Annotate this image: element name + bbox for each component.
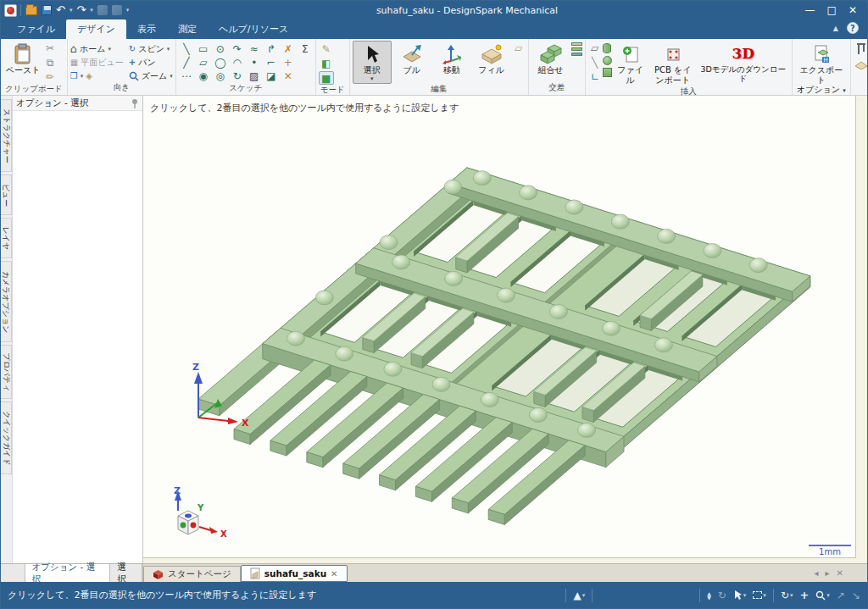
- sketch-offset-line-icon[interactable]: ⌐: [264, 57, 279, 69]
- insert-cylinder-icon[interactable]: [603, 43, 611, 53]
- view-cube-button[interactable]: ❒▾◈: [70, 70, 124, 81]
- sidebar-tab-quick-guide[interactable]: クイックガイド: [1, 401, 12, 474]
- sketch-equation-icon[interactable]: Σ: [298, 43, 313, 56]
- tab-design[interactable]: デザイン: [66, 19, 126, 39]
- collapse-ribbon-icon[interactable]: ▲: [833, 25, 838, 32]
- drawing-sheet[interactable]: クリックして、2番目の選択を他のツール内で使用するように設定します: [143, 96, 856, 558]
- sketch-ellipse-icon[interactable]: ◉: [196, 70, 211, 83]
- home-view-button[interactable]: ⌂ホーム▾: [70, 43, 124, 54]
- sketch-point-icon[interactable]: •: [247, 57, 262, 69]
- dropdown-caret-icon[interactable]: ▾: [81, 73, 84, 80]
- open-file-icon[interactable]: [25, 6, 37, 15]
- insert-line-icon[interactable]: ╲: [588, 57, 602, 69]
- sketch-chamfer-icon[interactable]: ◪: [264, 70, 279, 83]
- sidebar-tab-camera-options[interactable]: カメラオプション: [1, 261, 12, 342]
- nudge-up-down-icon[interactable]: ▲▼: [707, 591, 711, 600]
- project-face-icon[interactable]: [571, 53, 582, 56]
- redo-icon[interactable]: ↷: [76, 4, 86, 16]
- sketch-mirror-icon[interactable]: +: [281, 57, 296, 69]
- sketch-polyline-icon[interactable]: ⋯: [179, 70, 194, 83]
- export-options-button[interactable]: H エクスポート オプション ▾: [795, 41, 848, 97]
- insert-sphere-icon[interactable]: [603, 56, 612, 65]
- move-button[interactable]: 移動: [432, 41, 471, 77]
- tab-scroll-right-icon[interactable]: ▸: [826, 568, 830, 578]
- sketch-trim-icon[interactable]: ✗: [281, 43, 296, 56]
- status-pan-icon[interactable]: +: [799, 589, 809, 601]
- sidebar-tab-structure[interactable]: ストラクチャー: [1, 99, 12, 172]
- model-grate[interactable]: [198, 168, 810, 524]
- doc-tab-start-page[interactable]: スタートページ: [143, 566, 241, 582]
- sketch-delete-icon[interactable]: ✕: [281, 70, 296, 83]
- sidebar-tab-properties[interactable]: プロパティ: [1, 345, 12, 399]
- fill-button[interactable]: フィル: [472, 41, 511, 77]
- undo-icon[interactable]: ↶: [56, 4, 65, 16]
- insert-axes-icon[interactable]: ∟: [588, 71, 602, 84]
- pull-button[interactable]: プル: [392, 41, 431, 77]
- sketch-circle-icon[interactable]: ⊙: [213, 43, 228, 56]
- tab-help-resources[interactable]: ヘルプ/リソース: [208, 19, 299, 39]
- maximize-button[interactable]: □: [827, 4, 837, 16]
- pin-icon[interactable]: [131, 98, 139, 108]
- tab-measure[interactable]: 測定: [167, 19, 208, 39]
- tab-scroll-left-icon[interactable]: ◂: [815, 568, 819, 578]
- import-pcb-button[interactable]: PCB をインポート: [649, 41, 697, 86]
- sketch-shade-region-icon[interactable]: ▨: [247, 70, 262, 83]
- solid-mode-icon[interactable]: ■: [319, 71, 334, 85]
- sketch-rectangle-icon[interactable]: ▭: [196, 43, 211, 56]
- app-logo-icon[interactable]: [4, 4, 17, 17]
- status-spin-icon[interactable]: ↻▾: [781, 590, 793, 601]
- dropdown-caret-icon[interactable]: ▾: [108, 46, 112, 53]
- sketch-construction-circle-icon[interactable]: ◯: [213, 57, 228, 69]
- close-button[interactable]: ✕: [849, 4, 857, 16]
- view-cube[interactable]: Z Y X: [174, 485, 227, 539]
- measure-icon[interactable]: [854, 59, 868, 69]
- sketch-line-icon[interactable]: ╲: [179, 43, 194, 56]
- replace-face-icon[interactable]: ▱: [512, 42, 526, 55]
- doc-tab-suhafu-saku[interactable]: suhafu_saku ✕: [241, 565, 348, 582]
- sketch-bend-line-icon[interactable]: ↱: [264, 43, 279, 56]
- dropdown-caret-icon[interactable]: ▾: [170, 73, 173, 80]
- format-painter-icon[interactable]: ✏: [43, 71, 57, 84]
- sketch-tangent-arc-icon[interactable]: ↷: [230, 43, 245, 56]
- walk-tool-icon[interactable]: ◈: [86, 71, 92, 80]
- sidebar-tab-view[interactable]: ビュー: [1, 174, 12, 215]
- sketch-rotate-arc-icon[interactable]: ↻: [230, 70, 245, 83]
- download-3d-model-button[interactable]: 3D 3Dモデルのダウンロード: [698, 41, 789, 86]
- tab-file[interactable]: ファイル: [6, 19, 66, 39]
- 3d-model-viewport[interactable]: Z X Z: [143, 96, 856, 558]
- insert-shell-icon[interactable]: [603, 68, 612, 77]
- sketch-sweep-arc-icon[interactable]: ◠: [230, 57, 245, 69]
- undo-dropdown-caret-icon[interactable]: ▾: [70, 7, 73, 14]
- sidebar-tab-layer[interactable]: レイヤ: [1, 218, 12, 258]
- pan-button[interactable]: +パン: [129, 57, 173, 68]
- select-button[interactable]: 選択 ▾: [353, 41, 392, 84]
- sketch-reference-circle-icon[interactable]: ◎: [213, 70, 228, 83]
- panel-tab-options-select[interactable]: オプション - 選択: [25, 564, 111, 582]
- close-tab-icon[interactable]: ✕: [331, 569, 337, 579]
- minimize-button[interactable]: —: [805, 4, 815, 16]
- section-mode-icon[interactable]: ◧: [319, 57, 334, 70]
- help-icon[interactable]: ?: [847, 22, 859, 34]
- insert-plane-icon[interactable]: ▱: [588, 42, 602, 55]
- panel-tab-select[interactable]: 選択: [110, 564, 142, 582]
- selection-filter-icon[interactable]: ▲▾: [573, 590, 585, 601]
- insert-file-button[interactable]: ファイル: [613, 41, 648, 86]
- redo-dropdown-caret-icon[interactable]: ▾: [90, 7, 93, 14]
- split-solid-icon[interactable]: [571, 42, 582, 46]
- paste-button[interactable]: ペースト: [3, 41, 42, 77]
- options-panel-body[interactable]: [13, 111, 142, 563]
- status-zoom-icon[interactable]: ▾: [815, 590, 830, 601]
- tab-close-icon[interactable]: ✕: [837, 568, 843, 578]
- design-canvas[interactable]: クリックして、2番目の選択を他のツール内で使用するように設定します: [143, 96, 867, 563]
- selection-box-icon[interactable]: ▾: [753, 591, 766, 599]
- spin-button[interactable]: ↻スピン▾: [129, 43, 173, 54]
- split-face-icon[interactable]: [571, 47, 582, 51]
- sketch-construction-line-icon[interactable]: ╱: [179, 57, 194, 69]
- dropdown-caret-icon[interactable]: ▾: [370, 75, 374, 82]
- save-icon[interactable]: [42, 5, 52, 15]
- sketch-spline-icon[interactable]: ≈: [247, 43, 262, 56]
- sketch-mode-icon[interactable]: ✎: [319, 42, 334, 56]
- status-select-cursor-icon[interactable]: ▾: [733, 590, 747, 601]
- combine-button[interactable]: 組合せ: [531, 41, 570, 77]
- caliper-icon[interactable]: [854, 42, 868, 56]
